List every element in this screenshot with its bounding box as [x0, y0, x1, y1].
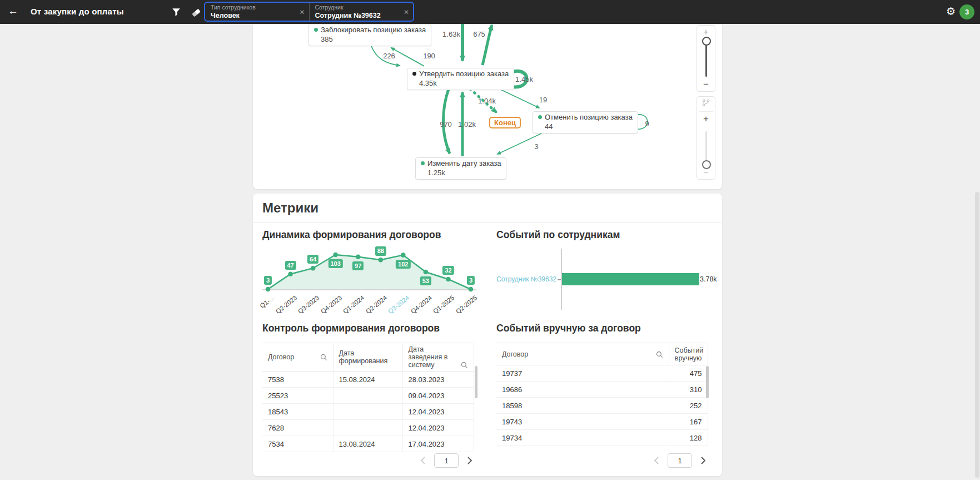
node-status-dot — [314, 28, 318, 32]
table-cell: 18598 — [496, 398, 669, 414]
table-row[interactable]: 18598252 — [496, 398, 708, 414]
edge-label: 19 — [539, 96, 547, 104]
x-axis-tick-label: Q1-2024 — [342, 294, 366, 315]
bar-value-label: 3.78k — [700, 275, 717, 283]
events-by-employee-chart: Сотрудник №396323.78k — [496, 246, 714, 313]
value-label-badge: 47 — [285, 261, 296, 270]
divider — [253, 222, 722, 223]
branch-icon[interactable] — [702, 99, 710, 107]
left-table-scrollbar[interactable] — [475, 366, 477, 398]
contracts-control-table: ДоговорДата формированияДата заведения в… — [262, 343, 474, 452]
column-header[interactable]: Дата заведения в систему — [402, 343, 474, 372]
eraser-icon[interactable] — [191, 8, 201, 18]
page-input[interactable] — [434, 453, 459, 468]
filter-label: Сотрудник — [315, 4, 401, 11]
search-icon[interactable] — [656, 351, 663, 358]
prev-page-icon[interactable] — [653, 456, 660, 465]
table-row[interactable]: 2552309.04.2023 — [262, 388, 474, 404]
right-table-pagination — [653, 452, 707, 469]
next-page-icon[interactable] — [700, 456, 707, 465]
table-row[interactable]: 762812.04.2023 — [262, 420, 474, 436]
table-header-row: ДоговорСобытий вручную — [496, 343, 708, 365]
node-value: 4.35k — [419, 79, 509, 88]
table-row[interactable]: 1854312.04.2023 — [262, 404, 474, 420]
node-label: Утвердить позицию заказа — [419, 70, 509, 78]
process-node-approve-order[interactable]: Утвердить позицию заказа 4.35k — [407, 68, 514, 90]
node-status-dot — [421, 161, 425, 165]
process-node-block-order[interactable]: Заблокировать позицию заказа 385 — [309, 24, 431, 46]
table-row[interactable]: 19734128 — [496, 430, 708, 446]
column-header[interactable]: Договор — [262, 343, 333, 372]
x-axis-tick-label: Q1-2025 — [432, 294, 456, 315]
detail-slider-panel: + − — [697, 96, 715, 180]
table-cell: 19734 — [496, 430, 669, 446]
process-node-change-date[interactable]: Изменить дату заказа 1.25k — [415, 157, 506, 180]
x-axis-tick-label: Q3-2023 — [297, 294, 321, 315]
filter-chip-employee[interactable]: Сотрудник Сотрудник №39632 ✕ — [309, 3, 414, 21]
right-table-title: Событий вручную за договор — [496, 323, 641, 334]
edge-label: 3 — [534, 142, 538, 151]
zoom-slider-panel: + − — [697, 25, 715, 92]
edge-label: 675 — [473, 30, 485, 38]
edge-label: 1.02k — [458, 120, 476, 128]
table-row[interactable]: 19743167 — [496, 414, 708, 430]
column-header[interactable]: Договор — [496, 343, 669, 365]
table-cell: 7534 — [262, 436, 333, 452]
edge-label: 1.45k — [515, 75, 533, 83]
x-axis-tick-label: Q3-2024 — [387, 294, 411, 315]
node-value: 1.25k — [427, 169, 501, 177]
page-input[interactable] — [668, 453, 692, 468]
value-label-badge: 32 — [442, 266, 454, 275]
contracts-dynamics-chart: 34764103978810253323Q1-...Q2-2023Q3-2023… — [262, 246, 476, 319]
table-cell: 310 — [669, 382, 708, 398]
metrics-card: Метрики Динамика формирования договоров … — [253, 194, 722, 476]
data-point — [356, 254, 361, 259]
manual-events-table: ДоговорСобытий вручную197374751968631018… — [496, 343, 708, 446]
bar-chart-title: Событий по сотрудникам — [496, 229, 620, 241]
table-row[interactable]: 753815.08.202428.03.2023 — [262, 372, 474, 388]
table-cell: 12.04.2023 — [402, 404, 474, 420]
bar[interactable] — [562, 273, 699, 285]
avatar[interactable]: 3 — [959, 4, 974, 19]
detail-plus-button[interactable]: + — [697, 114, 715, 123]
process-node-cancel-order[interactable]: Отменить позицию заказа 44 — [533, 111, 638, 133]
data-point — [288, 271, 293, 276]
value-label-badge: 3 — [264, 276, 272, 285]
active-filters-group: Тип сотрудников Человек ✕ Сотрудник Сотр… — [204, 2, 414, 22]
table-row[interactable]: 753413.08.202417.04.2023 — [262, 436, 474, 452]
search-icon[interactable] — [461, 362, 468, 369]
zoom-in-button[interactable]: + — [697, 27, 715, 37]
node-value: 385 — [321, 35, 426, 44]
next-page-icon[interactable] — [466, 456, 473, 465]
left-table-pagination — [420, 452, 473, 469]
filter-icon[interactable] — [171, 7, 181, 17]
table-cell: 7538 — [262, 372, 333, 388]
table-cell: 19686 — [496, 382, 669, 398]
process-node-end[interactable]: Конец — [489, 117, 521, 128]
table-row[interactable]: 19686310 — [496, 382, 708, 398]
zoom-slider-track[interactable] — [705, 42, 707, 77]
column-header[interactable]: Дата формирования — [333, 343, 402, 372]
value-label-badge: 102 — [396, 260, 410, 269]
back-icon[interactable]: ← — [8, 5, 18, 17]
edge-label: 226 — [383, 52, 395, 60]
remove-filter-icon[interactable]: ✕ — [299, 8, 305, 16]
table-row[interactable]: 19737475 — [496, 365, 708, 382]
gear-icon[interactable]: ⚙ — [946, 6, 956, 17]
filter-chip-employee-type[interactable]: Тип сотрудников Человек ✕ — [205, 3, 309, 21]
page-scrollbar[interactable] — [975, 192, 979, 478]
detail-minus-button[interactable]: − — [697, 168, 715, 177]
table-cell — [333, 404, 402, 420]
zoom-slider-knob[interactable] — [702, 37, 711, 46]
column-header-label: Дата заведения в систему — [409, 345, 459, 369]
node-status-dot — [538, 115, 542, 119]
remove-filter-icon[interactable]: ✕ — [404, 8, 409, 16]
table-cell: 12.04.2023 — [402, 420, 474, 436]
left-table-title: Контроль формирования договоров — [262, 323, 440, 334]
table-cell: 15.08.2024 — [333, 372, 402, 388]
prev-page-icon[interactable] — [420, 456, 426, 465]
right-table-scrollbar[interactable] — [706, 366, 709, 398]
zoom-out-button[interactable]: − — [697, 80, 715, 89]
search-icon[interactable] — [320, 354, 327, 361]
column-header[interactable]: Событий вручную — [669, 343, 708, 365]
